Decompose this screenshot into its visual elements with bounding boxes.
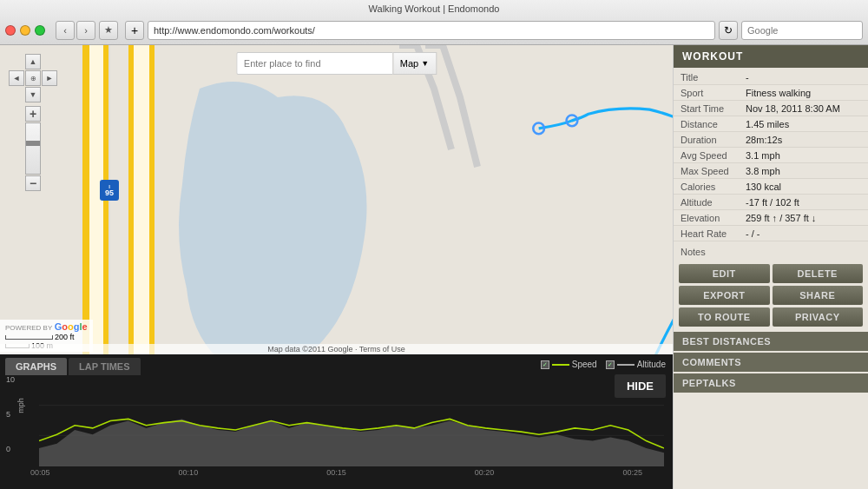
nav-grid: ▲ ◄ ⊕ ► ▼ bbox=[9, 54, 57, 102]
zoom-handle[interactable] bbox=[26, 141, 40, 146]
action-buttons: EDIT DELETE EXPORT SHARE TO ROUTE PRIVAC… bbox=[674, 261, 868, 330]
minimize-button[interactable] bbox=[20, 25, 30, 36]
nav-empty-1 bbox=[9, 54, 24, 69]
nav-empty-2 bbox=[42, 54, 57, 69]
speed-line-icon bbox=[552, 364, 569, 366]
stat-distance: Distance 1.45 miles bbox=[674, 116, 868, 132]
scale-bar-200 bbox=[5, 335, 53, 340]
zoom-track[interactable] bbox=[25, 122, 41, 175]
back-button[interactable]: ‹ bbox=[56, 21, 75, 40]
stat-sport: Sport Fitness walking bbox=[674, 85, 868, 101]
stat-heart-rate: Heart Rate - / - bbox=[674, 226, 868, 241]
altitude-line-icon bbox=[617, 364, 635, 366]
share-button[interactable]: SHARE bbox=[773, 286, 864, 305]
hide-button[interactable]: HIDE bbox=[615, 374, 666, 398]
graph-body: mph 10 5 0 100 0 -100 bbox=[39, 375, 664, 466]
stat-max-speed: Max Speed 3.8 mph bbox=[674, 163, 868, 179]
main-content: ▲ ◄ ⊕ ► ▼ + − I 95 bbox=[0, 45, 868, 489]
speed-checkbox[interactable]: ✓ bbox=[541, 360, 549, 369]
best-distances-section[interactable]: BEST DISTANCES bbox=[674, 332, 868, 351]
privacy-button[interactable]: PRIVACY bbox=[773, 307, 864, 327]
y-axis-left: 10 5 0 bbox=[6, 375, 15, 453]
tab-lap-times[interactable]: LAP TIMES bbox=[69, 358, 140, 375]
browser-search-input[interactable] bbox=[741, 21, 863, 40]
y-axis-label: mph bbox=[16, 398, 25, 413]
x-axis-labels: 00:05 00:10 00:15 00:20 00:25 bbox=[0, 466, 673, 479]
graph-svg bbox=[39, 375, 664, 466]
map-search-input[interactable] bbox=[236, 52, 392, 75]
forward-button[interactable]: › bbox=[76, 21, 95, 40]
address-bar[interactable] bbox=[148, 21, 715, 40]
edit-button[interactable]: EDIT bbox=[679, 264, 770, 283]
chevron-down-icon: ▼ bbox=[421, 59, 429, 68]
workout-header: WORKOUT bbox=[674, 45, 868, 68]
toolbar: ‹ › ★ + ↻ bbox=[0, 16, 868, 44]
nav-left-button[interactable]: ◄ bbox=[9, 70, 24, 86]
sidebar: WORKOUT Title - Sport Fitness walking St… bbox=[673, 45, 868, 489]
stat-calories: Calories 130 kcal bbox=[674, 179, 868, 195]
scale-200: 200 ft bbox=[5, 333, 88, 341]
reload-button[interactable]: ↻ bbox=[719, 21, 738, 40]
zoom-in-button[interactable]: + bbox=[25, 106, 41, 122]
delete-button[interactable]: DELETE bbox=[773, 264, 864, 283]
google-logo: Google bbox=[55, 321, 88, 332]
title-bar: Walking Workout | Endomondo bbox=[0, 0, 868, 16]
export-button[interactable]: EXPORT bbox=[679, 286, 770, 305]
zoom-out-button[interactable]: − bbox=[25, 175, 41, 191]
interstate-number: 95 bbox=[105, 189, 114, 197]
close-button[interactable] bbox=[5, 25, 16, 36]
nav-buttons: ‹ › bbox=[56, 21, 95, 40]
legend-speed: ✓ Speed bbox=[541, 360, 597, 369]
powered-by-label: POWERED BY bbox=[5, 324, 52, 332]
map-navigation: ▲ ◄ ⊕ ► ▼ + − bbox=[9, 54, 57, 191]
altitude-checkbox[interactable]: ✓ bbox=[606, 360, 615, 369]
browser-chrome: Walking Workout | Endomondo ‹ › ★ + ↻ bbox=[0, 0, 868, 45]
stat-elevation: Elevation 259 ft ↑ / 357 ft ↓ bbox=[674, 210, 868, 226]
interstate-sign: I 95 bbox=[100, 180, 119, 201]
graph-panel: GRAPHS LAP TIMES ✓ Speed ✓ Altitude bbox=[0, 354, 673, 489]
graph-legend: ✓ Speed ✓ Altitude bbox=[541, 360, 666, 369]
nav-empty-3 bbox=[9, 87, 24, 102]
stat-avg-speed: Avg Speed 3.1 mph bbox=[674, 148, 868, 163]
map-area: ▲ ◄ ⊕ ► ▼ + − I 95 bbox=[0, 45, 673, 489]
page-title: Walking Workout | Endomondo bbox=[369, 3, 500, 14]
stat-duration: Duration 28m:12s bbox=[674, 132, 868, 148]
maximize-button[interactable] bbox=[35, 25, 45, 36]
graph-tabs: GRAPHS LAP TIMES bbox=[0, 354, 146, 375]
nav-empty-4 bbox=[42, 87, 57, 102]
nav-up-button[interactable]: ▲ bbox=[25, 54, 41, 69]
map-attribution: Map data ©2011 Google · Terms of Use bbox=[0, 344, 673, 354]
stat-start-time: Start Time Nov 18, 2011 8:30 AM bbox=[674, 101, 868, 116]
nav-right-button[interactable]: ► bbox=[42, 70, 57, 86]
stat-altitude: Altitude -17 ft / 102 ft bbox=[674, 195, 868, 210]
zoom-controls: + − bbox=[9, 106, 57, 191]
graph-header: GRAPHS LAP TIMES ✓ Speed ✓ Altitude bbox=[0, 354, 673, 375]
nav-down-button[interactable]: ▼ bbox=[25, 87, 41, 102]
nav-center-button[interactable]: ⊕ bbox=[25, 70, 41, 86]
comments-section[interactable]: COMMENTS bbox=[674, 353, 868, 372]
bookmark-button[interactable]: ★ bbox=[99, 21, 118, 40]
to-route-button[interactable]: TO ROUTE bbox=[679, 307, 770, 327]
map-type-button[interactable]: Map ▼ bbox=[392, 52, 437, 75]
notes-row: Notes bbox=[674, 243, 868, 261]
tab-graphs[interactable]: GRAPHS bbox=[5, 358, 67, 375]
workout-stats: Title - Sport Fitness walking Start Time… bbox=[674, 68, 868, 243]
legend-altitude: ✓ Altitude bbox=[606, 360, 666, 369]
add-tab-button[interactable]: + bbox=[125, 21, 144, 40]
peptalks-section[interactable]: PEPTALKS bbox=[674, 373, 868, 393]
stat-title: Title - bbox=[674, 69, 868, 85]
map-toolbar: Map ▼ bbox=[236, 52, 437, 75]
window-controls bbox=[5, 25, 45, 36]
